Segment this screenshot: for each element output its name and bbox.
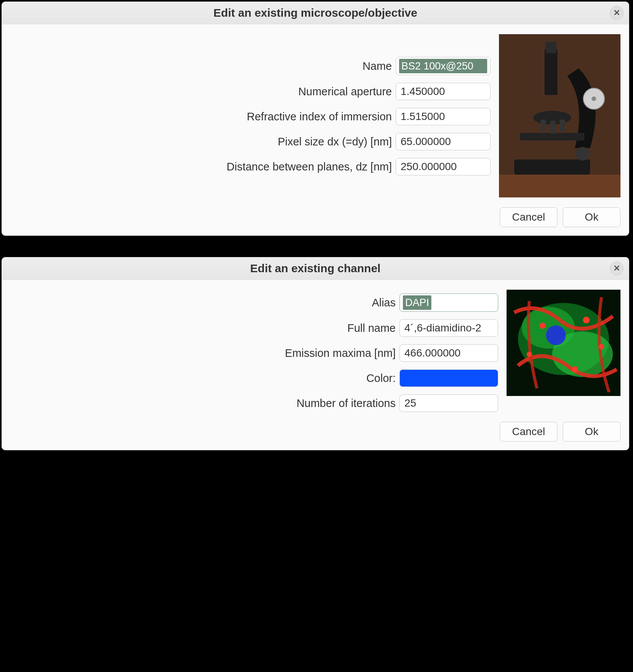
cancel-label: Cancel — [512, 426, 545, 438]
cancel-button[interactable]: Cancel — [500, 422, 557, 442]
dz-label: Distance between planes, dz [nm] — [227, 161, 392, 173]
close-icon: ✕ — [613, 263, 620, 273]
dz-input[interactable] — [396, 158, 491, 175]
alias-label: Alias — [285, 297, 396, 309]
microscope-thumbnail — [499, 34, 620, 197]
pixel-size-input[interactable] — [396, 133, 491, 150]
numerical-aperture-label: Numerical aperture — [227, 85, 392, 98]
svg-point-18 — [540, 323, 546, 329]
dialog-title: Edit an existing microscope/objective — [213, 6, 417, 19]
dialog-title: Edit an existing channel — [250, 262, 380, 275]
ok-label: Ok — [585, 211, 598, 223]
titlebar: Edit an existing channel ✕ — [2, 257, 629, 280]
ok-label: Ok — [585, 426, 598, 438]
fluorescence-cells-icon — [507, 290, 620, 396]
titlebar: Edit an existing microscope/objective ✕ — [2, 2, 629, 24]
svg-rect-9 — [546, 42, 556, 53]
channel-form: Alias DAPI Full name Emission maxima [nm… — [10, 290, 498, 412]
svg-point-21 — [527, 352, 532, 357]
svg-point-20 — [572, 366, 578, 372]
emission-label: Emission maxima [nm] — [285, 347, 396, 360]
svg-rect-3 — [520, 133, 584, 140]
close-icon: ✕ — [613, 8, 620, 18]
microscope-form: Name BS2 100x@250 Numerical aperture Ref… — [10, 34, 491, 175]
svg-rect-5 — [541, 120, 546, 131]
svg-point-22 — [599, 344, 604, 349]
dialog-footer: Cancel Ok — [10, 422, 620, 442]
ok-button[interactable]: Ok — [563, 422, 620, 442]
edit-channel-dialog: Edit an existing channel ✕ Alias DAPI Fu… — [2, 257, 629, 450]
numerical-aperture-input[interactable] — [396, 83, 491, 100]
iterations-input[interactable] — [399, 394, 498, 412]
svg-rect-8 — [545, 49, 557, 95]
name-label: Name — [227, 60, 392, 73]
iterations-label: Number of iterations — [285, 397, 396, 410]
close-button[interactable]: ✕ — [610, 6, 624, 20]
cancel-button[interactable]: Cancel — [500, 207, 557, 227]
svg-rect-2 — [514, 159, 590, 175]
color-input[interactable] — [399, 369, 498, 387]
cancel-label: Cancel — [512, 211, 545, 223]
svg-point-11 — [592, 96, 596, 101]
svg-rect-7 — [560, 120, 565, 131]
edit-microscope-dialog: Edit an existing microscope/objective ✕ … — [2, 2, 629, 236]
color-label: Color: — [285, 372, 396, 385]
alias-input[interactable]: DAPI — [399, 293, 498, 312]
name-value-selected: BS2 100x@250 — [399, 59, 487, 73]
name-input[interactable]: BS2 100x@250 — [396, 57, 491, 75]
dialog-footer: Cancel Ok — [10, 207, 620, 227]
fullname-label: Full name — [285, 322, 396, 334]
svg-rect-1 — [499, 175, 620, 197]
dialog-body: Alias DAPI Full name Emission maxima [nm… — [2, 280, 629, 450]
refractive-index-label: Refractive index of immersion — [227, 110, 392, 123]
svg-point-12 — [576, 147, 589, 161]
ok-button[interactable]: Ok — [563, 207, 620, 227]
alias-value-selected: DAPI — [403, 295, 431, 310]
fluorescence-thumbnail — [507, 290, 620, 396]
svg-point-17 — [546, 325, 566, 345]
close-button[interactable]: ✕ — [610, 262, 624, 275]
emission-input[interactable] — [399, 344, 498, 362]
dialog-body: Name BS2 100x@250 Numerical aperture Ref… — [2, 24, 629, 235]
svg-point-19 — [583, 317, 590, 323]
microscope-icon — [499, 34, 620, 197]
refractive-index-input[interactable] — [396, 108, 491, 125]
svg-rect-6 — [550, 121, 556, 134]
pixel-size-label: Pixel size dx (=dy) [nm] — [227, 136, 392, 148]
fullname-input[interactable] — [399, 319, 498, 337]
